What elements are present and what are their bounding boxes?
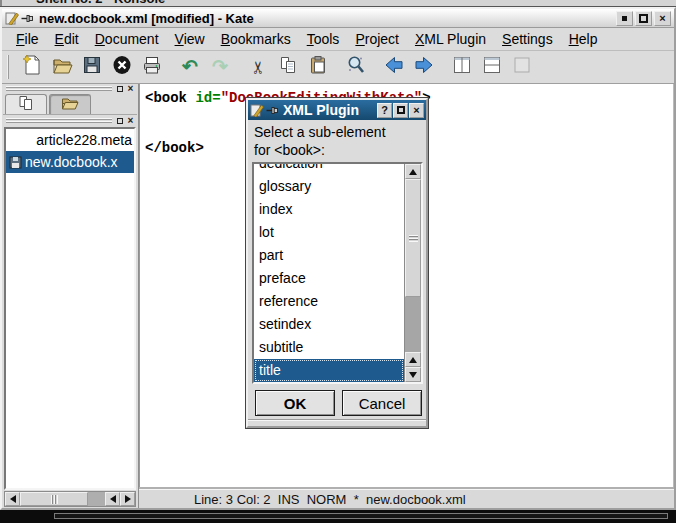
- cut-button[interactable]: ✂: [243, 53, 273, 81]
- print-button[interactable]: [137, 53, 167, 81]
- open-folder-icon: [60, 94, 80, 116]
- sub-element-option[interactable]: subtitle: [254, 336, 404, 359]
- file-list-horizontal-scrollbar: [4, 491, 136, 507]
- maximize-icon: [397, 106, 405, 114]
- dialog-help-button[interactable]: ?: [377, 103, 392, 118]
- left-arrow-icon: [10, 495, 16, 503]
- undo-button[interactable]: ↶: [175, 53, 205, 81]
- menu-help[interactable]: Help: [561, 29, 606, 49]
- scroll-left-button[interactable]: [5, 492, 20, 506]
- split-horizontal-button[interactable]: [477, 53, 507, 81]
- dock-float-button[interactable]: [115, 84, 124, 93]
- paste-button[interactable]: [303, 53, 333, 81]
- background-window-frame: [54, 513, 668, 519]
- help-icon: ?: [381, 104, 388, 116]
- close-current-view-icon: [511, 54, 533, 80]
- file-item[interactable]: article228.meta: [6, 129, 134, 151]
- window-title: new.docbook.xml [modified] - Kate: [39, 11, 614, 26]
- close-icon: ×: [659, 14, 665, 23]
- dock-handle-filelist[interactable]: ×: [3, 115, 137, 126]
- sub-element-option[interactable]: part: [254, 244, 404, 267]
- file-item[interactable]: new.docbook.x: [6, 151, 134, 173]
- copy-button[interactable]: [273, 53, 303, 81]
- pin-icon[interactable]: [266, 105, 279, 116]
- back-button[interactable]: [379, 53, 409, 81]
- menu-tools[interactable]: Tools: [299, 29, 348, 49]
- file-name: new.docbook.x: [25, 154, 118, 170]
- menu-document[interactable]: Document: [87, 29, 167, 49]
- filesystem-browser-tab[interactable]: [49, 94, 91, 114]
- sub-element-option[interactable]: preface: [254, 267, 404, 290]
- scrollbar-thumb[interactable]: [20, 492, 88, 506]
- kate-app-icon: [250, 103, 264, 117]
- menu-view[interactable]: View: [167, 29, 213, 49]
- close-icon: ×: [413, 104, 419, 116]
- scroll-up-button[interactable]: [405, 164, 421, 179]
- menu-edit[interactable]: Edit: [47, 29, 87, 49]
- sub-element-option[interactable]: title: [254, 359, 404, 382]
- dialog-close-button[interactable]: ×: [409, 103, 424, 118]
- minimize-icon: [622, 16, 627, 21]
- redo-button[interactable]: ↷: [205, 53, 235, 81]
- new-document-button[interactable]: [17, 53, 47, 81]
- split-vertical-button[interactable]: [447, 53, 477, 81]
- sub-element-option[interactable]: lot: [254, 221, 404, 244]
- close-button[interactable]: ×: [654, 11, 671, 26]
- dock-close-button[interactable]: ×: [126, 84, 135, 93]
- save-document-button[interactable]: [77, 53, 107, 81]
- menu-file[interactable]: File: [8, 29, 47, 49]
- status-text: Line: 3 Col: 2 INS NORM * new.docbook.xm…: [194, 492, 466, 507]
- menu-settings[interactable]: Settings: [494, 29, 561, 49]
- scroll-left-button-2[interactable]: [105, 492, 120, 506]
- pin-icon[interactable]: [21, 13, 34, 24]
- forward-icon: [413, 54, 435, 80]
- split-horizontal-icon: [481, 54, 503, 80]
- menu-project[interactable]: Project: [347, 29, 407, 49]
- scroll-down-button[interactable]: [405, 367, 421, 382]
- dock-handle-top[interactable]: ×: [3, 84, 137, 93]
- sub-element-option[interactable]: setindex: [254, 313, 404, 336]
- dialog-maximize-button[interactable]: [393, 103, 408, 118]
- sidebar-tabs: [3, 93, 137, 115]
- dialog-footer-grip[interactable]: [248, 420, 426, 426]
- background-window-title: Shell No. 2 - Konsole: [36, 0, 676, 6]
- forward-button[interactable]: [409, 53, 439, 81]
- dialog-prompt-line2: for <book>:: [254, 141, 420, 159]
- scrollbar-thumb[interactable]: [405, 179, 421, 297]
- sub-element-option[interactable]: glossary: [254, 175, 404, 198]
- minimize-button[interactable]: [616, 11, 633, 26]
- close-icon: ×: [128, 117, 134, 125]
- sub-element-option[interactable]: index: [254, 198, 404, 221]
- sub-element-list: dedicationglossaryindexlotpartprefaceref…: [252, 162, 423, 384]
- scroll-up-button-2[interactable]: [405, 352, 421, 367]
- copy-icon: [277, 54, 299, 80]
- dock-float-button[interactable]: [115, 116, 124, 125]
- sub-element-option[interactable]: reference: [254, 290, 404, 313]
- menu-xml-plugin[interactable]: XML Plugin: [407, 29, 494, 49]
- documents-tab[interactable]: [5, 94, 47, 114]
- print-icon: [141, 54, 163, 80]
- menu-bar: FileEditDocumentViewBookmarksToolsProjec…: [2, 28, 674, 51]
- cancel-button[interactable]: Cancel: [342, 390, 422, 416]
- titlebar[interactable]: new.docbook.xml [modified] - Kate ×: [2, 9, 674, 28]
- scrollbar-track[interactable]: [405, 297, 421, 352]
- maximize-button[interactable]: [635, 11, 652, 26]
- scrollbar-track[interactable]: [88, 492, 105, 506]
- find-button[interactable]: [341, 53, 371, 81]
- dialog-titlebar[interactable]: XML Plugin ? ×: [248, 100, 426, 120]
- file-name: article228.meta: [36, 132, 132, 148]
- close-document-button[interactable]: [107, 53, 137, 81]
- code-token-attr: id=: [195, 90, 220, 106]
- scroll-right-button[interactable]: [120, 492, 135, 506]
- left-arrow-icon: [110, 495, 116, 503]
- back-icon: [383, 54, 405, 80]
- open-document-button[interactable]: [47, 53, 77, 81]
- toolbar-drag-handle[interactable]: [7, 55, 12, 79]
- ok-button[interactable]: OK: [255, 390, 335, 416]
- menu-bookmarks[interactable]: Bookmarks: [213, 29, 299, 49]
- dock-close-button[interactable]: ×: [126, 116, 135, 125]
- documents-icon: [16, 94, 36, 116]
- sub-element-option[interactable]: dedication: [254, 162, 404, 175]
- close-current-view-button: [507, 53, 537, 81]
- down-arrow-icon: [409, 372, 417, 378]
